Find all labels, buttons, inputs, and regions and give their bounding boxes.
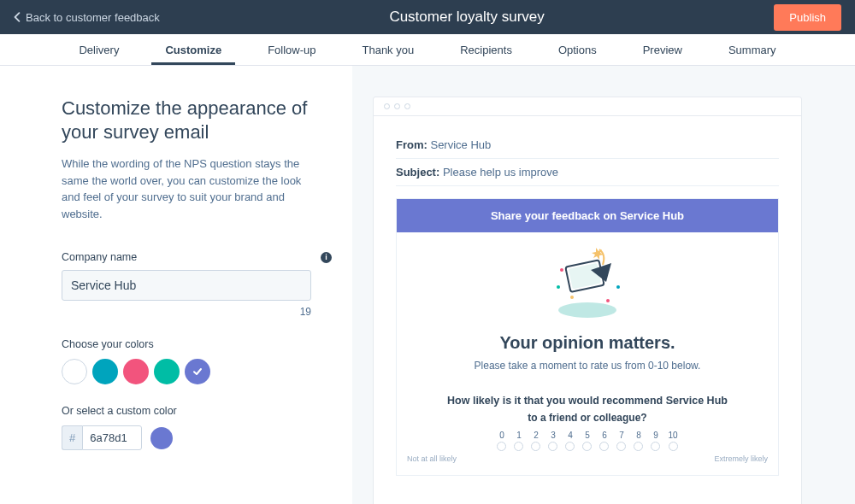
panel-title: Customize the appearance of your survey … [62,97,332,144]
back-link-label: Back to customer feedback [26,11,160,24]
svg-point-0 [558,302,616,318]
scale-num: 5 [585,431,590,440]
traffic-light-icon [384,103,390,109]
back-link[interactable]: Back to customer feedback [14,11,160,24]
scale-num: 1 [516,431,522,440]
nps-scale: 0 1 2 3 4 5 6 7 8 9 10 [397,431,778,451]
tab-preview[interactable]: Preview [641,35,684,64]
svg-point-6 [606,299,610,302]
email-subtext: Please take a moment to rate us from 0-1… [397,360,778,372]
nps-radio-3[interactable] [548,442,557,451]
tab-options[interactable]: Options [557,35,598,64]
color-swatches [62,359,332,384]
page-title: Customer loyalty survey [160,9,775,26]
tab-summary[interactable]: Summary [727,35,778,64]
colors-label: Choose your colors [62,338,332,350]
color-swatch-pink[interactable] [123,359,149,384]
hex-preview-swatch[interactable] [150,427,173,449]
company-name-label: Company name i [62,251,332,263]
scale-num: 4 [568,431,573,440]
scale-num: 2 [534,431,539,440]
from-label: From: [396,138,428,151]
tab-follow-up[interactable]: Follow-up [266,35,317,64]
custom-color-label: Or select a custom color [62,405,332,417]
company-name-text: Company name [62,251,137,263]
nps-radio-9[interactable] [651,442,660,451]
email-card: Share your feedback on Service Hub [396,198,779,476]
scale-num: 0 [499,431,504,440]
nps-radio-7[interactable] [616,442,626,451]
nps-radio-4[interactable] [565,442,575,451]
custom-color-text: Or select a custom color [62,405,177,417]
scale-num: 6 [602,431,607,440]
check-icon [185,359,210,384]
email-preview: From: Service Hub Subject: Please help u… [374,116,801,476]
traffic-light-icon [404,103,410,109]
email-from-line: From: Service Hub [396,132,779,159]
preview-browser: From: Service Hub Subject: Please help u… [373,97,802,504]
svg-point-3 [560,268,563,272]
main: Customize the appearance of your survey … [0,66,855,504]
tab-recipients[interactable]: Recipients [458,35,514,64]
nps-radio-1[interactable] [514,442,523,451]
email-headline: Your opinion matters. [397,333,778,353]
nps-radio-8[interactable] [634,442,643,451]
email-subject-line: Subject: Please help us improve [396,159,779,186]
svg-point-4 [616,285,620,289]
scale-num: 10 [668,431,677,440]
nps-radio-5[interactable] [582,442,592,451]
browser-chrome-dots [374,97,801,116]
nps-radio-0[interactable] [497,442,506,451]
nps-radio-2[interactable] [531,442,540,451]
scale-num: 3 [551,431,556,440]
color-swatch-teal[interactable] [92,359,118,384]
svg-point-7 [557,285,560,289]
scale-num: 8 [636,431,641,440]
panel-description: While the wording of the NPS question st… [62,155,318,222]
tab-customize[interactable]: Customize [163,35,223,64]
tab-thank-you[interactable]: Thank you [360,35,416,64]
top-bar: Back to customer feedback Customer loyal… [0,0,855,34]
preview-panel: From: Service Hub Subject: Please help u… [352,66,855,504]
chevron-left-icon [14,12,21,22]
company-name-counter: 19 [62,306,311,318]
customize-panel: Customize the appearance of your survey … [0,66,352,504]
nps-radio-10[interactable] [669,442,678,451]
nps-radio-6[interactable] [599,442,609,451]
tab-delivery[interactable]: Delivery [77,35,121,64]
scale-num: 9 [653,431,658,440]
color-swatch-green[interactable] [154,359,180,384]
from-value: Service Hub [430,138,491,151]
anchor-high: Extremely likely [714,454,768,463]
wizard-tabs: Delivery Customize Follow-up Thank you R… [0,34,855,66]
subject-value: Please help us improve [443,166,558,179]
subject-label: Subject: [396,166,439,179]
svg-point-5 [570,296,574,299]
nps-anchors: Not at all likely Extremely likely [397,451,778,475]
info-icon[interactable]: i [321,252,332,263]
email-banner: Share your feedback on Service Hub [397,199,778,232]
colors-label-text: Choose your colors [62,338,154,350]
nps-question-line1: How likely is it that you would recommen… [397,392,778,410]
nps-question-line2: to a friend or colleague? [397,412,778,424]
color-swatch-purple[interactable] [185,359,210,384]
feedback-illustration-icon [536,244,639,321]
hex-input[interactable] [82,425,142,450]
hex-prefix: # [62,425,82,450]
publish-button[interactable]: Publish [774,4,841,31]
color-swatch-white[interactable] [62,359,87,384]
scale-num: 7 [619,431,624,440]
company-name-input[interactable] [62,270,311,301]
anchor-low: Not at all likely [407,454,457,463]
traffic-light-icon [394,103,400,109]
custom-color-row: # [62,425,332,450]
